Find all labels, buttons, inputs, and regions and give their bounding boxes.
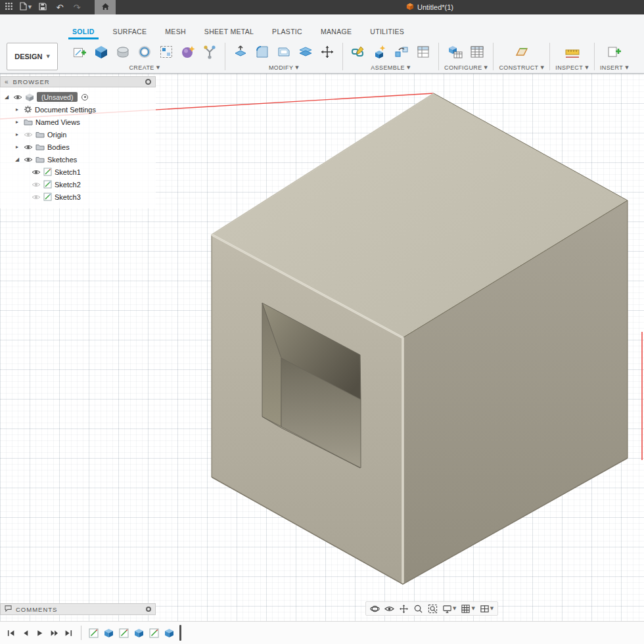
shell-tool[interactable] bbox=[274, 41, 294, 62]
tab-utilities[interactable]: UTILITIES bbox=[361, 28, 413, 39]
app-menu-button[interactable] bbox=[0, 0, 17, 14]
expand-closed-icon[interactable]: ▸ bbox=[13, 120, 21, 125]
browser-item-bodies[interactable]: ▸ Bodies bbox=[0, 141, 156, 153]
expand-open-icon[interactable]: ◢ bbox=[13, 157, 21, 162]
create-form-tool[interactable] bbox=[178, 41, 198, 62]
measure-tool[interactable] bbox=[563, 41, 582, 62]
play-button[interactable] bbox=[35, 629, 44, 637]
panel-dot-icon[interactable] bbox=[145, 79, 151, 85]
comments-label: COMMENTS bbox=[16, 606, 57, 613]
visibility-eye-hidden-icon[interactable] bbox=[32, 181, 41, 188]
navigation-bar: ▼ ▼ ▼ bbox=[365, 601, 498, 616]
display-settings-button[interactable]: ▼ bbox=[441, 602, 457, 615]
create-sketch-tool[interactable] bbox=[70, 41, 89, 62]
timeline-playhead[interactable] bbox=[179, 625, 181, 641]
file-menu-button[interactable]: ▼ bbox=[17, 0, 34, 14]
grid-and-snaps-button[interactable]: ▼ bbox=[459, 602, 476, 615]
tab-sheet-metal[interactable]: SHEET METAL bbox=[195, 28, 263, 39]
browser-item-sketch1[interactable]: Sketch1 bbox=[0, 166, 156, 178]
combine-tool[interactable] bbox=[296, 41, 315, 62]
create-group-dropdown[interactable]: CREATE▼ bbox=[129, 64, 160, 71]
visibility-eye-icon[interactable] bbox=[24, 156, 33, 163]
browser-title: BROWSER bbox=[13, 78, 50, 85]
offset-plane-tool[interactable] bbox=[512, 41, 532, 62]
visibility-eye-icon[interactable] bbox=[32, 169, 41, 175]
joint-tool[interactable] bbox=[370, 41, 390, 62]
configuration-table-tool[interactable] bbox=[467, 41, 487, 62]
step-back-button[interactable] bbox=[21, 629, 30, 637]
fit-button[interactable] bbox=[426, 602, 439, 615]
chevron-down-icon: ▼ bbox=[490, 606, 494, 611]
expand-closed-icon[interactable]: ▸ bbox=[13, 132, 21, 137]
workspace-selector[interactable]: DESIGN ▼ bbox=[7, 43, 58, 70]
insert-tool[interactable] bbox=[605, 41, 624, 62]
expand-closed-icon[interactable]: ▸ bbox=[13, 145, 21, 150]
undo-button[interactable]: ↶ bbox=[51, 0, 68, 14]
extrude-feature-icon[interactable] bbox=[133, 628, 145, 639]
browser-item-document-settings[interactable]: ▸ Document Settings bbox=[0, 103, 156, 116]
inspect-group-dropdown[interactable]: INSPECT▼ bbox=[555, 64, 589, 71]
visibility-eye-hidden-icon[interactable] bbox=[24, 131, 33, 138]
workspace-label: DESIGN bbox=[14, 53, 42, 60]
browser-item-sketch2[interactable]: Sketch2 bbox=[0, 178, 156, 191]
as-built-joint-tool[interactable] bbox=[392, 41, 411, 62]
viewport-canvas[interactable]: « BROWSER ◢ (Unsaved) ▸ Document Setting… bbox=[0, 74, 644, 621]
step-forward-button[interactable] bbox=[50, 629, 58, 637]
home-tab[interactable] bbox=[95, 0, 116, 14]
visibility-eye-icon[interactable] bbox=[13, 94, 22, 101]
browser-item-named-views[interactable]: ▸ Named Views bbox=[0, 116, 156, 128]
document-icon bbox=[406, 3, 414, 12]
box-tool[interactable] bbox=[91, 41, 111, 62]
zoom-button[interactable] bbox=[412, 602, 425, 615]
sketch-feature-icon[interactable] bbox=[149, 628, 160, 639]
press-pull-tool[interactable] bbox=[231, 41, 250, 62]
sketch-feature-icon[interactable] bbox=[118, 628, 129, 639]
group-label: ASSEMBLE bbox=[371, 64, 405, 71]
tab-surface[interactable]: SURFACE bbox=[104, 28, 156, 39]
expand-closed-icon[interactable]: ▸ bbox=[13, 107, 21, 112]
panel-dot-icon[interactable] bbox=[146, 607, 151, 612]
move-copy-tool[interactable] bbox=[317, 41, 337, 62]
pan-button[interactable] bbox=[398, 602, 410, 615]
configure-tool[interactable] bbox=[446, 41, 465, 62]
tab-mesh[interactable]: MESH bbox=[156, 28, 195, 39]
redo-button[interactable]: ↷ bbox=[68, 0, 85, 14]
rectangular-pattern-tool[interactable] bbox=[156, 41, 176, 62]
modify-group-dropdown[interactable]: MODIFY▼ bbox=[269, 64, 299, 71]
comments-bar[interactable]: COMMENTS bbox=[0, 603, 156, 615]
go-to-end-button[interactable] bbox=[64, 629, 73, 637]
look-at-button[interactable] bbox=[383, 602, 396, 615]
browser-item-sketch3[interactable]: Sketch3 bbox=[0, 191, 156, 203]
visibility-eye-hidden-icon[interactable] bbox=[32, 194, 41, 200]
activate-component-radio[interactable] bbox=[81, 94, 88, 101]
viewports-button[interactable]: ▼ bbox=[478, 602, 495, 615]
tab-manage[interactable]: MANAGE bbox=[311, 28, 361, 39]
sketch-feature-icon[interactable] bbox=[88, 628, 99, 639]
cylinder-tool[interactable] bbox=[113, 41, 133, 62]
collapse-panel-icon[interactable]: « bbox=[5, 79, 9, 85]
component-icon bbox=[25, 93, 34, 102]
group-label: CREATE bbox=[129, 64, 154, 71]
torus-tool[interactable] bbox=[135, 41, 154, 62]
extrude-feature-icon[interactable] bbox=[164, 628, 175, 639]
save-button[interactable] bbox=[34, 0, 51, 14]
browser-item-sketches[interactable]: ◢ Sketches bbox=[0, 153, 156, 166]
assemble-group-dropdown[interactable]: ASSEMBLE▼ bbox=[371, 64, 411, 71]
orbit-button[interactable] bbox=[369, 602, 381, 615]
derive-tool[interactable] bbox=[200, 41, 219, 62]
document-tab[interactable]: Untitled*(1) bbox=[406, 0, 453, 14]
construct-group-dropdown[interactable]: CONSTRUCT▼ bbox=[499, 64, 544, 71]
extrude-feature-icon[interactable] bbox=[103, 628, 114, 639]
insert-group-dropdown[interactable]: INSERT▼ bbox=[600, 64, 629, 71]
fillet-tool[interactable] bbox=[252, 41, 272, 62]
joint-origin-tool[interactable] bbox=[413, 41, 433, 62]
go-to-start-button[interactable] bbox=[7, 629, 15, 637]
configure-group-dropdown[interactable]: CONFIGURE▼ bbox=[444, 64, 488, 71]
browser-item-unsaved[interactable]: ◢ (Unsaved) bbox=[0, 91, 156, 103]
tab-solid[interactable]: SOLID bbox=[63, 28, 104, 39]
browser-item-origin[interactable]: ▸ Origin bbox=[0, 128, 156, 141]
tab-plastic[interactable]: PLASTIC bbox=[263, 28, 311, 39]
visibility-eye-icon[interactable] bbox=[24, 144, 33, 150]
new-component-tool[interactable] bbox=[348, 41, 368, 62]
expand-open-icon[interactable]: ◢ bbox=[3, 95, 11, 100]
